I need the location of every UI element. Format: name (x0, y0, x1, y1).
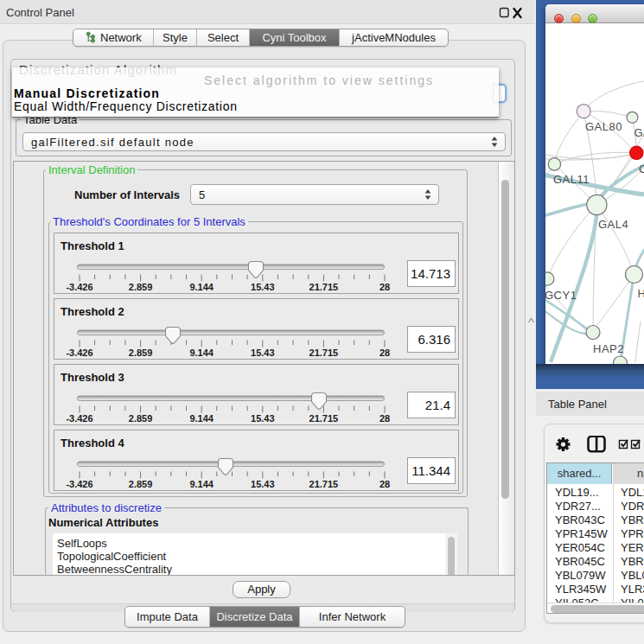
svg-text:28: 28 (379, 348, 390, 358)
svg-text:-3.426: -3.426 (66, 413, 92, 424)
svg-text:GAL11: GAL11 (553, 173, 590, 186)
svg-text:2.859: 2.859 (129, 282, 153, 292)
svg-text:HIS: HIS (638, 287, 644, 300)
svg-text:15.43: 15.43 (251, 348, 275, 358)
svg-text:9.144: 9.144 (189, 348, 214, 358)
svg-text:-3.426: -3.426 (66, 348, 92, 358)
svg-text:21.715: 21.715 (309, 479, 339, 489)
svg-text:2.859: 2.859 (129, 413, 153, 424)
svg-text:HAP2: HAP2 (593, 342, 624, 355)
svg-text:15.43: 15.43 (251, 413, 275, 424)
svg-text:15.43: 15.43 (251, 479, 275, 489)
svg-text:9.144: 9.144 (189, 479, 214, 489)
svg-text:-3.426: -3.426 (66, 479, 92, 489)
svg-text:28: 28 (379, 479, 390, 489)
svg-text:GAL2: GAL2 (634, 126, 644, 139)
svg-text:CY: CY (639, 163, 644, 175)
svg-text:-3.426: -3.426 (66, 282, 92, 292)
svg-text:2.859: 2.859 (129, 348, 153, 358)
svg-text:21.715: 21.715 (309, 282, 339, 292)
svg-text:GAL4: GAL4 (598, 218, 628, 231)
svg-text:9.144: 9.144 (189, 282, 214, 292)
svg-text:21.715: 21.715 (309, 413, 339, 424)
svg-text:9.144: 9.144 (189, 413, 214, 424)
svg-text:GCY1: GCY1 (545, 289, 577, 302)
svg-text:GAL80: GAL80 (585, 120, 622, 133)
svg-text:15.43: 15.43 (251, 282, 275, 292)
svg-text:28: 28 (379, 282, 390, 292)
svg-text:28: 28 (379, 413, 390, 424)
svg-text:21.715: 21.715 (309, 348, 339, 358)
svg-text:2.859: 2.859 (129, 479, 153, 489)
